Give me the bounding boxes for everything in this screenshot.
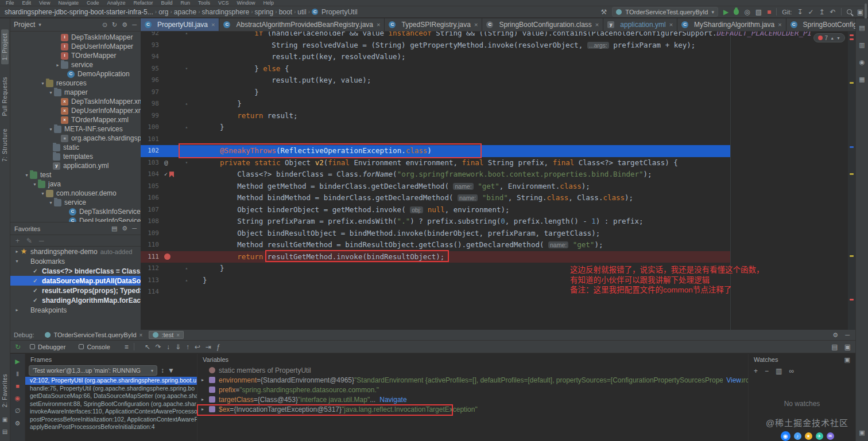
chevron-right-icon[interactable]: ▸: [202, 407, 209, 412]
favorites-item[interactable]: ▾Bookmarks: [10, 256, 141, 266]
toolwindow-2-favorites[interactable]: 2: Favorites: [2, 374, 8, 407]
tree-item[interactable]: ▾service: [10, 198, 141, 207]
code-line[interactable]: 110Method resultGetMethod = bindResultOb…: [141, 239, 848, 251]
tree-chevron-icon[interactable]: ▾: [48, 90, 54, 95]
tab-close-icon[interactable]: ×: [377, 21, 380, 28]
database-icon[interactable]: ▥: [859, 41, 865, 49]
stripe-mark[interactable]: [850, 82, 854, 84]
run-to-cursor-icon[interactable]: ⇥: [206, 344, 211, 350]
step-into-icon[interactable]: ↓: [166, 344, 170, 350]
git-update-icon[interactable]: ↧: [797, 9, 803, 15]
menu-navigate[interactable]: Navigate: [58, 0, 79, 6]
tree-item[interactable]: DepTaskInfoServiceTes: [10, 207, 141, 216]
tree-item[interactable]: application.yml: [10, 161, 141, 170]
editor-tab[interactable]: AbstractAlgorithmProvidedBeanRegistry.ja…: [219, 18, 385, 31]
menu-code[interactable]: Code: [87, 0, 99, 6]
frame-row[interactable]: postProcessBeforeInitialization:102, App…: [25, 416, 197, 424]
breadcrumb-item[interactable]: org: [158, 8, 168, 16]
tab-close-icon[interactable]: ×: [778, 21, 781, 28]
variable-row[interactable]: ▸environment = {StandardEnvironment@4965…: [197, 375, 748, 385]
git-rollback-icon[interactable]: ↶: [830, 9, 836, 15]
tab-close-icon[interactable]: ×: [474, 21, 478, 28]
tab-debugger[interactable]: Debugger: [26, 342, 69, 352]
run-config-select[interactable]: TOrderServiceTest.queryById ▾: [612, 7, 718, 17]
code-line[interactable]: 111return resultGetMethod.invoke(bindRes…: [141, 251, 848, 263]
filter-icon[interactable]: ▼: [168, 367, 175, 374]
code-line[interactable]: 103@▾private static Object v2(final Envi…: [141, 157, 848, 169]
debug-tab[interactable]: TOrderServiceTest.queryById×: [41, 331, 146, 339]
tab-console[interactable]: Console: [75, 342, 114, 352]
favorites-item[interactable]: ▸shardingsphere-demoauto-added: [10, 247, 141, 256]
favorites-title[interactable]: Favorites: [14, 225, 40, 232]
menu-analyze[interactable]: Analyze: [107, 0, 125, 6]
fold-icon[interactable]: ▾: [182, 63, 191, 75]
code-line[interactable]: 97}: [141, 87, 848, 99]
locate-file-icon[interactable]: ⊙: [102, 21, 107, 29]
tree-chevron-icon[interactable]: ▾: [24, 173, 30, 178]
frame-row[interactable]: handle:75, PropertyUtil (org.apache.shar…: [25, 385, 197, 393]
tree-item[interactable]: static: [10, 143, 141, 152]
profiler-button[interactable]: ▧: [755, 9, 762, 15]
tab-close-icon[interactable]: ×: [595, 21, 599, 28]
refresh-icon[interactable]: ↻: [112, 21, 117, 29]
rerun-icon[interactable]: ↻: [15, 344, 21, 350]
menu-view[interactable]: View: [39, 0, 50, 6]
resume-icon[interactable]: ▶: [15, 358, 20, 365]
tree-item[interactable]: ▾mapper: [10, 88, 141, 97]
frame-row[interactable]: v2:102, PropertyUtil (org.apache.shardin…: [25, 377, 197, 385]
project-name[interactable]: shardingsphere-jdbc-spring-boot-starter-…: [5, 8, 153, 16]
fold-icon[interactable]: ▴: [182, 32, 191, 40]
stop-icon[interactable]: ■: [16, 383, 20, 389]
breadcrumb-item[interactable]: apache: [174, 8, 196, 16]
toolwindow-pull-requests[interactable]: Pull Requests: [2, 77, 8, 116]
fold-icon[interactable]: ▾: [182, 157, 191, 169]
favorites-item[interactable]: result.setProps(props); TypedSPIRe: [10, 286, 141, 295]
code-line[interactable]: 99return result;: [141, 110, 848, 122]
step-over-icon[interactable]: ↷: [156, 344, 161, 350]
code-line[interactable]: 98▴}: [141, 98, 848, 110]
stop-button[interactable]: ■: [767, 9, 771, 15]
pause-icon[interactable]: ‖: [16, 370, 19, 377]
tree-item[interactable]: DemoApplication: [10, 69, 141, 79]
frame-row[interactable]: invokeAwareInterfaces:110, ApplicationCo…: [25, 408, 197, 416]
frame-row[interactable]: applyBeanPostProcessorsBeforeInitializat…: [25, 423, 197, 431]
gear-icon[interactable]: ⚙: [122, 21, 127, 29]
sort-icon[interactable]: ↕: [161, 367, 164, 374]
tab-close-icon[interactable]: ×: [176, 332, 180, 338]
tree-item[interactable]: ▾resources: [10, 79, 141, 88]
maven-icon[interactable]: ▦: [859, 76, 865, 83]
fold-icon[interactable]: ▴: [182, 122, 191, 134]
favorites-item[interactable]: shardingAlgorithmMap.forEach((k,: [10, 295, 141, 305]
tree-item[interactable]: DepTaskInfoMapper: [10, 33, 141, 42]
tree-item[interactable]: DepUserInfoMapper.xml: [10, 106, 141, 115]
code-line[interactable]: 108String prefixParam = prefix.endsWith(…: [141, 216, 848, 228]
layout-icon[interactable]: ▣: [857, 9, 863, 15]
run-button[interactable]: ▶: [723, 9, 728, 15]
tree-item[interactable]: org.apache.shardingspher: [10, 134, 141, 143]
breadcrumb-item[interactable]: PropertyUtil: [312, 8, 358, 16]
force-step-into-icon[interactable]: ⇓: [175, 344, 181, 350]
project-panel-title[interactable]: Project: [14, 21, 35, 29]
link-view[interactable]: View: [723, 376, 741, 384]
group-icon[interactable]: ▤: [111, 225, 117, 232]
menu-refactor[interactable]: Refactor: [133, 0, 153, 6]
duplicate-icon[interactable]: ▥: [776, 367, 782, 375]
tree-item[interactable]: templates: [10, 152, 141, 161]
tree-item[interactable]: TOrderMapper: [10, 51, 141, 60]
tree-item[interactable]: ▾java: [10, 179, 141, 189]
stripe-mark[interactable]: [850, 299, 854, 300]
tree-item[interactable]: DepUserInfoMapper: [10, 42, 141, 51]
toolwindow-1-project[interactable]: 1: Project: [1, 29, 9, 64]
step-out-icon[interactable]: ↑: [186, 344, 189, 350]
code-line[interactable]: 100▴}: [141, 122, 848, 134]
git-push-icon[interactable]: ↥: [819, 9, 825, 15]
editor-tab[interactable]: MyShardingAlgorithm.java×: [677, 18, 786, 31]
code-line[interactable]: 109Object bindResultObject = bindMethod.…: [141, 228, 848, 240]
stripe-mark[interactable]: [850, 38, 854, 40]
tree-chevron-icon[interactable]: ▸: [14, 307, 20, 313]
debug-tab[interactable]: :test×: [149, 331, 184, 339]
code-line[interactable]: 95▾} else {: [141, 63, 848, 75]
fold-icon[interactable]: ▴: [182, 263, 191, 275]
drop-frame-icon[interactable]: ↩: [195, 344, 200, 350]
code-line[interactable]: 101: [141, 134, 848, 146]
